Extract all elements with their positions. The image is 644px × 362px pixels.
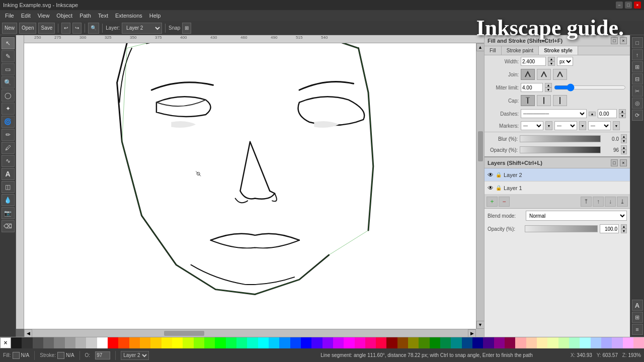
palette-color-30[interactable] <box>333 337 344 348</box>
blur-spin-up[interactable]: ▲ <box>621 134 627 139</box>
dashes-spin-up[interactable]: ▲ <box>589 112 596 116</box>
palette-none-button[interactable]: × <box>0 337 11 348</box>
redo-button[interactable]: ↪ <box>72 23 82 34</box>
status-layer-select[interactable]: Layer 2 Layer 1 <box>121 351 149 360</box>
tab-fill[interactable]: Fill <box>485 46 502 55</box>
marker-end-select[interactable]: — → <box>588 121 611 130</box>
panel-detach-button[interactable]: □ <box>611 37 618 44</box>
minimize-button[interactable]: − <box>616 2 623 9</box>
palette-color-6[interactable] <box>75 337 86 348</box>
miter-spin-up[interactable]: ▲ <box>545 83 552 87</box>
palette-color-24[interactable] <box>269 337 279 348</box>
palette-color-36[interactable] <box>397 337 408 348</box>
width-input[interactable] <box>521 57 546 66</box>
dropper-tool[interactable]: 💧 <box>2 194 15 206</box>
vertical-scrollbar[interactable]: ▲ ▼ <box>476 43 484 329</box>
fr-btn-2[interactable]: ↑ <box>632 49 643 60</box>
layer-to-top-button[interactable]: ⤒ <box>581 197 592 207</box>
layer-down-button[interactable]: ↓ <box>605 197 616 207</box>
palette-color-44[interactable] <box>483 337 494 348</box>
tab-stroke-style[interactable]: Stroke style <box>539 46 578 55</box>
calligraphy-tool[interactable]: ∿ <box>2 155 15 167</box>
fr-btn-a[interactable]: A <box>632 300 643 311</box>
palette-color-1[interactable] <box>22 337 32 348</box>
status-opacity-input[interactable] <box>95 351 110 359</box>
drawing-canvas[interactable] <box>24 43 476 329</box>
palette-color-54[interactable] <box>591 337 601 348</box>
node-tool[interactable]: ✎ <box>2 50 15 62</box>
select-tool[interactable]: ↖ <box>2 37 15 49</box>
palette-color-41[interactable] <box>451 337 461 348</box>
marker-start-select[interactable]: — → <box>521 121 543 130</box>
palette-color-39[interactable] <box>430 337 440 348</box>
layer-2-lock[interactable]: 🔒 <box>496 172 502 177</box>
fill-color-box[interactable] <box>13 352 20 359</box>
blend-mode-select[interactable]: Normal Multiply Screen Overlay <box>526 211 627 221</box>
fr-btn-1[interactable]: □ <box>632 37 643 48</box>
palette-color-3[interactable] <box>43 337 54 348</box>
palette-color-9[interactable] <box>108 337 118 348</box>
undo-button[interactable]: ↩ <box>61 23 70 34</box>
fr-btn-b[interactable]: ≡ <box>632 324 643 335</box>
palette-color-31[interactable] <box>344 337 354 348</box>
fr-btn-grid[interactable]: ⊞ <box>632 312 643 323</box>
layer-to-bottom-button[interactable]: ⤓ <box>617 197 628 207</box>
layers-detach-button[interactable]: □ <box>611 159 618 166</box>
layer-opacity-spin-down[interactable]: ▼ <box>621 229 627 233</box>
fr-btn-6[interactable]: ◎ <box>632 98 643 109</box>
menu-extensions[interactable]: Extensions <box>112 12 145 20</box>
palette-color-8[interactable] <box>97 337 108 348</box>
new-button[interactable]: New <box>2 23 17 34</box>
hscroll-thumb[interactable] <box>164 331 204 336</box>
layer-opacity-input[interactable] <box>600 224 619 233</box>
palette-color-11[interactable] <box>129 337 140 348</box>
fr-btn-4[interactable]: ⊟ <box>632 73 643 84</box>
pencil-tool[interactable]: ✏ <box>2 129 15 141</box>
palette-color-49[interactable] <box>537 337 547 348</box>
palette-color-2[interactable] <box>33 337 43 348</box>
marker-mid-select[interactable]: — ◆ <box>554 121 577 130</box>
palette-color-42[interactable] <box>462 337 472 348</box>
palette-color-19[interactable] <box>215 337 225 348</box>
blur-slider[interactable] <box>520 135 601 142</box>
zoom-tool[interactable]: 🔍 <box>2 76 15 88</box>
palette-color-47[interactable] <box>515 337 526 348</box>
palette-color-29[interactable] <box>323 337 333 348</box>
layer-selector[interactable]: Layer 2 Layer 1 <box>122 23 162 34</box>
menu-help[interactable]: Help <box>146 12 164 20</box>
palette-color-34[interactable] <box>376 337 386 348</box>
palette-color-58[interactable] <box>633 337 644 348</box>
palette-color-28[interactable] <box>311 337 322 348</box>
menu-edit[interactable]: Edit <box>18 12 34 20</box>
palette-color-40[interactable] <box>440 337 451 348</box>
cap-square-button[interactable] <box>553 95 567 106</box>
maximize-button[interactable]: □ <box>625 2 632 9</box>
palette-color-18[interactable] <box>204 337 215 348</box>
snap-button[interactable]: ⊞ <box>182 23 191 34</box>
palette-color-13[interactable] <box>150 337 161 348</box>
palette-color-43[interactable] <box>472 337 483 348</box>
layer-row-1[interactable]: 👁 🔒 Layer 1 <box>485 182 630 195</box>
menu-path[interactable]: Path <box>76 12 94 20</box>
panel-close-button[interactable]: × <box>620 37 627 44</box>
layer-opacity-spin-up[interactable]: ▲ <box>621 224 627 229</box>
add-layer-button[interactable]: + <box>487 197 498 207</box>
marker-start-spin[interactable]: ▼ <box>545 121 552 130</box>
layer-1-eye[interactable]: 👁 <box>488 185 494 192</box>
palette-color-17[interactable] <box>194 337 204 348</box>
palette-color-10[interactable] <box>118 337 129 348</box>
palette-color-4[interactable] <box>54 337 64 348</box>
palette-color-14[interactable] <box>162 337 172 348</box>
palette-color-33[interactable] <box>365 337 376 348</box>
width-spin-down[interactable]: ▼ <box>548 61 555 66</box>
spiral-tool[interactable]: 🌀 <box>2 116 15 128</box>
cap-round-button[interactable] <box>537 95 551 106</box>
gradient-tool[interactable]: ◫ <box>2 181 15 193</box>
fr-btn-3[interactable]: ⊞ <box>632 61 643 72</box>
horizontal-scrollbar[interactable]: ◀ ▶ <box>24 329 476 337</box>
scroll-left-button[interactable]: ◀ <box>24 329 32 337</box>
canvas-area[interactable]: 250 275 300 325 350 375 400 430 460 490 … <box>16 35 484 337</box>
palette-color-5[interactable] <box>65 337 75 348</box>
join-round-button[interactable] <box>537 69 551 80</box>
stroke-color-box[interactable] <box>57 352 64 359</box>
